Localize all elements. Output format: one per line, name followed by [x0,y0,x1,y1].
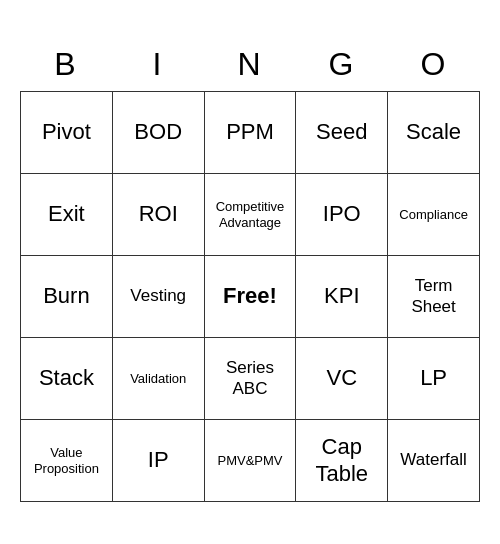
bingo-cell-20: Value Proposition [21,420,113,502]
bingo-cell-4: Scale [388,92,480,174]
cell-text-10: Burn [43,283,89,309]
cell-text-23: Cap Table [300,434,383,487]
bingo-card: BINGO PivotBODPPMSeedScaleExitROICompeti… [20,42,480,502]
bingo-cell-5: Exit [21,174,113,256]
cell-text-5: Exit [48,201,85,227]
bingo-cell-17: Series ABC [205,338,297,420]
bingo-cell-6: ROI [113,174,205,256]
cell-text-15: Stack [39,365,94,391]
bingo-grid: PivotBODPPMSeedScaleExitROICompetitive A… [20,91,480,502]
cell-text-22: PMV&PMV [217,453,282,469]
cell-text-7: Competitive Advantage [209,199,292,230]
cell-text-1: BOD [134,119,182,145]
header-letter-g: G [296,42,388,87]
bingo-cell-18: VC [296,338,388,420]
bingo-cell-15: Stack [21,338,113,420]
header-letter-o: O [388,42,480,87]
bingo-cell-9: Compliance [388,174,480,256]
bingo-cell-23: Cap Table [296,420,388,502]
bingo-cell-13: KPI [296,256,388,338]
bingo-cell-19: LP [388,338,480,420]
cell-text-21: IP [148,447,169,473]
cell-text-24: Waterfall [400,450,466,470]
cell-text-12: Free! [223,283,277,309]
bingo-cell-8: IPO [296,174,388,256]
cell-text-17: Series ABC [209,358,292,399]
bingo-cell-3: Seed [296,92,388,174]
bingo-cell-2: PPM [205,92,297,174]
bingo-cell-22: PMV&PMV [205,420,297,502]
bingo-header: BINGO [20,42,480,87]
bingo-cell-0: Pivot [21,92,113,174]
bingo-cell-16: Validation [113,338,205,420]
cell-text-16: Validation [130,371,186,387]
cell-text-8: IPO [323,201,361,227]
cell-text-0: Pivot [42,119,91,145]
header-letter-i: I [112,42,204,87]
bingo-cell-7: Competitive Advantage [205,174,297,256]
bingo-cell-14: Term Sheet [388,256,480,338]
cell-text-4: Scale [406,119,461,145]
cell-text-13: KPI [324,283,359,309]
cell-text-18: VC [327,365,358,391]
cell-text-9: Compliance [399,207,468,223]
cell-text-2: PPM [226,119,274,145]
cell-text-3: Seed [316,119,367,145]
bingo-cell-10: Burn [21,256,113,338]
bingo-cell-21: IP [113,420,205,502]
bingo-cell-24: Waterfall [388,420,480,502]
cell-text-14: Term Sheet [392,276,475,317]
cell-text-20: Value Proposition [25,445,108,476]
bingo-cell-12: Free! [205,256,297,338]
bingo-cell-11: Vesting [113,256,205,338]
header-letter-n: N [204,42,296,87]
bingo-cell-1: BOD [113,92,205,174]
cell-text-11: Vesting [130,286,186,306]
cell-text-6: ROI [139,201,178,227]
header-letter-b: B [20,42,112,87]
cell-text-19: LP [420,365,447,391]
